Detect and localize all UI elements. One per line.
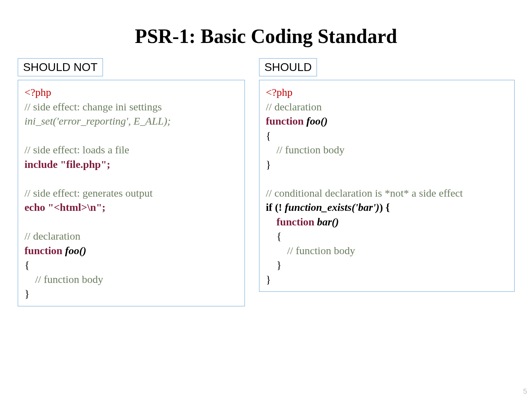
code-string: "<html>\n"; — [48, 201, 106, 213]
comment-line: // side effect: generates output — [24, 187, 153, 199]
code-brace: { — [266, 130, 271, 141]
code-keyword: echo — [24, 201, 48, 213]
code-call: function_exists('bar') — [285, 201, 379, 213]
code-line: ini_set('error_reporting', E_ALL); — [24, 115, 171, 127]
php-open-tag: <?php — [24, 86, 51, 98]
page-number: 5 — [523, 387, 527, 395]
code-ident: foo() — [306, 115, 328, 127]
should-not-label: SHOULD NOT — [18, 58, 103, 76]
code-keyword: function — [24, 245, 65, 256]
slide: PSR-1: Basic Coding Standard SHOULD NOT … — [0, 0, 532, 399]
code-ident: bar() — [317, 216, 339, 228]
should-label: SHOULD — [259, 58, 317, 76]
slide-title: PSR-1: Basic Coding Standard — [18, 25, 514, 48]
code-ident: foo() — [65, 245, 86, 256]
code-brace: { — [24, 259, 29, 270]
comment-line: // conditional declaration is *not* a si… — [266, 187, 463, 199]
code-brace: } — [266, 273, 271, 285]
should-not-code: <?php // side effect: change ini setting… — [18, 80, 245, 306]
comment-line: // function body — [266, 245, 355, 256]
columns: SHOULD NOT <?php // side effect: change … — [18, 58, 514, 306]
comment-line: // side effect: change ini settings — [24, 101, 162, 113]
code-brace: } — [24, 288, 29, 299]
code-brace: { — [266, 230, 281, 242]
php-open-tag: <?php — [266, 86, 292, 98]
code-keyword: function — [266, 115, 306, 127]
comment-line: // side effect: loads a file — [24, 144, 129, 155]
code-brace: ) { — [379, 201, 390, 213]
code-string: "file.php"; — [60, 158, 110, 170]
code-brace: } — [266, 259, 281, 270]
comment-line: // function body — [24, 273, 103, 285]
code-brace: } — [266, 158, 271, 170]
code-keyword: function — [266, 216, 317, 228]
comment-line: // declaration — [24, 230, 80, 242]
code-keyword: if (! — [266, 201, 285, 213]
right-column: SHOULD <?php // declaration function foo… — [259, 58, 515, 306]
left-column: SHOULD NOT <?php // side effect: change … — [18, 58, 245, 306]
comment-line: // function body — [266, 144, 345, 155]
should-code: <?php // declaration function foo() { //… — [259, 80, 515, 292]
comment-line: // declaration — [266, 101, 322, 113]
code-keyword: include — [24, 158, 60, 170]
